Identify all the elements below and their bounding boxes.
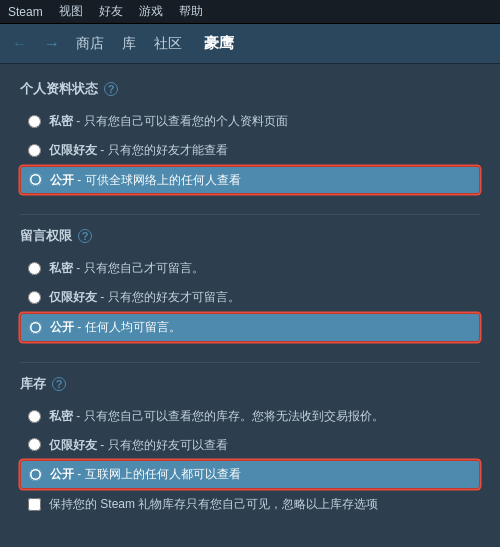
profile-friends-option[interactable]: 仅限好友 - 只有您的好友才能查看 bbox=[20, 137, 480, 164]
divider-1 bbox=[20, 214, 480, 215]
profile-public-radio[interactable] bbox=[29, 173, 42, 186]
inventory-friends-radio[interactable] bbox=[28, 438, 41, 451]
gift-inventory-checkbox[interactable] bbox=[28, 498, 41, 511]
inventory-friends-label: 仅限好友 - 只有您的好友可以查看 bbox=[49, 437, 228, 454]
profile-public-option[interactable]: 公开 - 可供全球网络上的任何人查看 bbox=[20, 166, 480, 195]
nav-links: 商店 库 社区 豪鹰 bbox=[76, 34, 234, 53]
profile-section-title: 个人资料状态 ? bbox=[20, 80, 480, 98]
comment-title-text: 留言权限 bbox=[20, 227, 72, 245]
nav-library[interactable]: 库 bbox=[122, 35, 136, 53]
inventory-help-icon[interactable]: ? bbox=[52, 377, 66, 391]
comment-private-radio[interactable] bbox=[28, 262, 41, 275]
comment-section: 留言权限 ? 私密 - 只有您自己才可留言。 仅限好友 - 只有您的好友才可留言… bbox=[20, 227, 480, 341]
menu-steam[interactable]: Steam bbox=[8, 5, 43, 19]
nav-bar: ← → 商店 库 社区 豪鹰 bbox=[0, 24, 500, 64]
menu-bar: Steam 视图 好友 游戏 帮助 bbox=[0, 0, 500, 24]
menu-help[interactable]: 帮助 bbox=[179, 3, 203, 20]
inventory-section-title: 库存 ? bbox=[20, 375, 480, 393]
profile-friends-label: 仅限好友 - 只有您的好友才能查看 bbox=[49, 142, 228, 159]
profile-private-radio[interactable] bbox=[28, 115, 41, 128]
gift-inventory-label: 保持您的 Steam 礼物库存只有您自己可见，忽略以上库存选项 bbox=[49, 496, 378, 513]
inventory-private-option[interactable]: 私密 - 只有您自己可以查看您的库存。您将无法收到交易报价。 bbox=[20, 403, 480, 430]
menu-friends[interactable]: 好友 bbox=[99, 3, 123, 20]
back-button[interactable]: ← bbox=[12, 35, 28, 53]
profile-public-label: 公开 - 可供全球网络上的任何人查看 bbox=[50, 172, 241, 189]
nav-store[interactable]: 商店 bbox=[76, 35, 104, 53]
inventory-public-label: 公开 - 互联网上的任何人都可以查看 bbox=[50, 466, 241, 483]
profile-private-label: 私密 - 只有您自己可以查看您的个人资料页面 bbox=[49, 113, 288, 130]
inventory-private-radio[interactable] bbox=[28, 410, 41, 423]
comment-friends-option[interactable]: 仅限好友 - 只有您的好友才可留言。 bbox=[20, 284, 480, 311]
profile-help-icon[interactable]: ? bbox=[104, 82, 118, 96]
comment-public-option[interactable]: 公开 - 任何人均可留言。 bbox=[20, 313, 480, 342]
forward-button[interactable]: → bbox=[44, 35, 60, 53]
comment-private-label: 私密 - 只有您自己才可留言。 bbox=[49, 260, 204, 277]
profile-private-option[interactable]: 私密 - 只有您自己可以查看您的个人资料页面 bbox=[20, 108, 480, 135]
comment-friends-label: 仅限好友 - 只有您的好友才可留言。 bbox=[49, 289, 240, 306]
nav-community[interactable]: 社区 bbox=[154, 35, 182, 53]
menu-games[interactable]: 游戏 bbox=[139, 3, 163, 20]
inventory-public-option[interactable]: 公开 - 互联网上的任何人都可以查看 bbox=[20, 460, 480, 489]
profile-section: 个人资料状态 ? 私密 - 只有您自己可以查看您的个人资料页面 仅限好友 - 只… bbox=[20, 80, 480, 194]
inventory-section: 库存 ? 私密 - 只有您自己可以查看您的库存。您将无法收到交易报价。 仅限好友… bbox=[20, 375, 480, 518]
comment-public-label: 公开 - 任何人均可留言。 bbox=[50, 319, 181, 336]
comment-private-option[interactable]: 私密 - 只有您自己才可留言。 bbox=[20, 255, 480, 282]
inventory-friends-option[interactable]: 仅限好友 - 只有您的好友可以查看 bbox=[20, 432, 480, 459]
nav-username[interactable]: 豪鹰 bbox=[204, 34, 234, 53]
inventory-title-text: 库存 bbox=[20, 375, 46, 393]
main-content: 个人资料状态 ? 私密 - 只有您自己可以查看您的个人资料页面 仅限好友 - 只… bbox=[0, 64, 500, 547]
menu-view[interactable]: 视图 bbox=[59, 3, 83, 20]
gift-inventory-option[interactable]: 保持您的 Steam 礼物库存只有您自己可见，忽略以上库存选项 bbox=[20, 491, 480, 518]
profile-friends-radio[interactable] bbox=[28, 144, 41, 157]
comment-public-radio[interactable] bbox=[29, 321, 42, 334]
divider-2 bbox=[20, 362, 480, 363]
inventory-public-radio[interactable] bbox=[29, 468, 42, 481]
inventory-private-label: 私密 - 只有您自己可以查看您的库存。您将无法收到交易报价。 bbox=[49, 408, 384, 425]
comment-help-icon[interactable]: ? bbox=[78, 229, 92, 243]
comment-friends-radio[interactable] bbox=[28, 291, 41, 304]
profile-title-text: 个人资料状态 bbox=[20, 80, 98, 98]
comment-section-title: 留言权限 ? bbox=[20, 227, 480, 245]
